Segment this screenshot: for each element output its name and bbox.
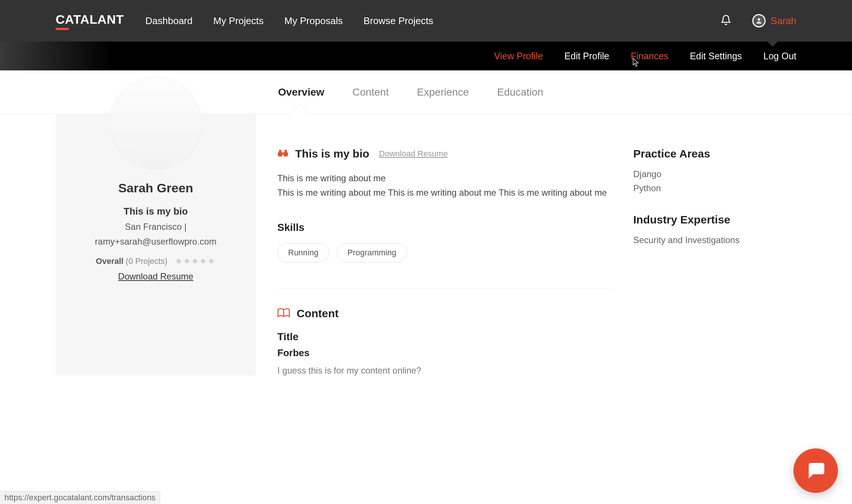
svg-rect-4	[279, 150, 281, 153]
bio-section-head: This is my bio Download Resume	[277, 147, 611, 160]
list-item: Django	[633, 169, 796, 179]
profile-email: ramy+sarah@userflowpro.com	[67, 236, 245, 247]
center-column: This is my bio Download Resume This is m…	[277, 147, 611, 376]
profile-bio-short: This is my bio	[67, 206, 245, 217]
overall-label: Overall	[96, 256, 123, 266]
subnav-finances[interactable]: Finances	[631, 51, 668, 62]
svg-rect-3	[281, 152, 285, 154]
nav-dashboard[interactable]: Dashboard	[145, 15, 192, 27]
nav-links: Dashboard My Projects My Proposals Brows…	[145, 15, 433, 27]
sub-nav: View Profile Edit Profile Finances Edit …	[0, 42, 852, 70]
profile-card: Sarah Green This is my bio San Francisco…	[56, 114, 256, 376]
projects-count: (0 Projects)	[126, 256, 167, 266]
download-resume-inline[interactable]: Download Resume	[379, 149, 448, 159]
tab-content[interactable]: Content	[353, 70, 389, 114]
industry-expertise-heading: Industry Expertise	[633, 213, 796, 226]
subnav-view-profile[interactable]: View Profile	[494, 51, 543, 62]
main-columns: This is my bio Download Resume This is m…	[277, 114, 796, 376]
dropdown-caret-icon	[767, 42, 778, 47]
skills-list: Running Programming	[277, 243, 611, 262]
content-publication: Forbes	[277, 347, 611, 359]
user-name-label: Sarah	[771, 15, 796, 27]
practice-areas-block: Practice Areas Django Python	[633, 147, 796, 193]
tab-education[interactable]: Education	[497, 70, 544, 114]
content-title-label: Title	[277, 331, 611, 343]
right-column: Practice Areas Django Python Industry Ex…	[633, 147, 796, 376]
subnav-log-out[interactable]: Log Out	[763, 51, 796, 62]
svg-point-0	[757, 18, 760, 21]
skills-heading: Skills	[277, 222, 611, 233]
profile-avatar	[109, 77, 202, 170]
bio-p1: This is me writing about me	[277, 171, 611, 185]
subnav-edit-profile[interactable]: Edit Profile	[564, 51, 609, 62]
skill-pill: Programming	[337, 243, 407, 262]
section-divider	[277, 288, 611, 289]
notifications-icon[interactable]	[720, 14, 732, 27]
skill-pill: Running	[277, 243, 329, 262]
content-section-head: Content	[277, 307, 611, 320]
user-menu[interactable]: Sarah	[752, 14, 796, 27]
profile-name: Sarah Green	[67, 181, 245, 195]
download-resume-link[interactable]: Download Resume	[118, 271, 194, 282]
practice-areas-list: Django Python	[633, 169, 796, 193]
binoculars-icon	[277, 149, 288, 159]
page-body: Sarah Green This is my bio San Francisco…	[0, 114, 852, 398]
practice-areas-heading: Practice Areas	[633, 147, 796, 160]
brand-logo[interactable]: CATALANT	[56, 13, 124, 29]
bio-p2: This is me writing about me This is me w…	[277, 186, 611, 199]
content-description: I guess this is for my content online?	[277, 365, 611, 376]
top-nav-right: Sarah	[720, 14, 796, 27]
user-avatar-icon	[752, 14, 766, 27]
book-icon	[277, 308, 290, 320]
star-rating-icon: ★★★★★	[175, 256, 216, 266]
bio-text: This is me writing about me This is me w…	[277, 171, 611, 199]
nav-my-proposals[interactable]: My Proposals	[284, 15, 343, 27]
list-item: Python	[633, 183, 796, 193]
industry-expertise-list: Security and Investigations	[633, 235, 796, 245]
bio-title: This is my bio	[295, 147, 369, 160]
nav-browse-projects[interactable]: Browse Projects	[364, 15, 433, 27]
profile-rating: Overall (0 Projects) ★★★★★	[67, 256, 245, 266]
svg-rect-5	[285, 150, 287, 153]
top-nav: CATALANT Dashboard My Projects My Propos…	[0, 0, 852, 42]
list-item: Security and Investigations	[633, 235, 796, 245]
industry-expertise-block: Industry Expertise Security and Investig…	[633, 213, 796, 245]
nav-my-projects[interactable]: My Projects	[213, 15, 264, 27]
tab-experience[interactable]: Experience	[417, 70, 469, 114]
subnav-edit-settings[interactable]: Edit Settings	[690, 51, 742, 62]
profile-location: San Francisco |	[67, 222, 245, 232]
content-heading: Content	[297, 307, 339, 320]
